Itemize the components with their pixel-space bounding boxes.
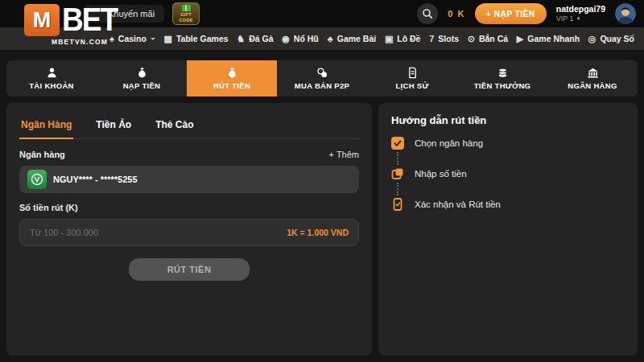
cards-icon: ♣	[328, 34, 333, 43]
vip-level-label: VIP 1	[556, 14, 574, 23]
add-bank-button[interactable]: + Thêm	[329, 150, 359, 159]
number-spin-icon: ◎	[588, 34, 597, 44]
nav-item-lo-de[interactable]: ▣ Lô Đề	[385, 34, 421, 44]
withdraw-submit-button[interactable]: RÚT TIỀN	[129, 258, 250, 281]
chevron-down-icon	[151, 38, 155, 43]
user-menu[interactable]: natdepgai79 VIP 1 ♦	[556, 4, 605, 23]
bank-field-label: Ngân hàng	[19, 150, 65, 159]
nav-label: Đá Gà	[249, 34, 273, 43]
method-tab-the-cao[interactable]: Thẻ Cào	[154, 113, 195, 138]
search-icon	[421, 7, 434, 20]
lottery-icon: ▣	[385, 34, 393, 44]
nav-item-da-ga[interactable]: ♞ Đá Gà	[237, 34, 273, 44]
giftcode-button[interactable]: GIFT CODE	[172, 2, 200, 25]
confirm-step-icon	[391, 198, 404, 211]
balance-amount: 0 K	[448, 9, 465, 19]
logo-m-mark: M	[24, 4, 60, 36]
bank-logo-icon	[27, 170, 47, 189]
nav-label: Bắn Cá	[479, 34, 508, 43]
nav-item-no-hu[interactable]: ◉ Nổ Hũ	[282, 34, 319, 44]
check-step-icon	[391, 137, 404, 150]
rate-hint: 1K = 1.000 VND	[287, 228, 349, 237]
guide-panel: Hướng dẫn rút tiền Chọn ngân hàng Nhập s…	[378, 103, 638, 356]
p2p-icon	[316, 67, 328, 79]
tab-rut-tien[interactable]: RÚT TIỀN	[187, 60, 277, 97]
vip-badge-icon: ♦	[577, 14, 580, 23]
fish-shooting-icon: ⊙	[468, 34, 475, 44]
deposit-icon	[136, 67, 148, 79]
gift-box-icon	[182, 5, 191, 11]
guide-title: Hướng dẫn rút tiền	[391, 114, 625, 126]
bank-account-selector[interactable]: NGUY**** - *****5255	[19, 166, 359, 193]
withdraw-icon	[226, 67, 238, 79]
guide-step: Nhập số tiền	[391, 167, 625, 180]
bank-icon	[587, 67, 599, 79]
amount-step-icon	[391, 167, 404, 180]
nav-item-game-nhanh[interactable]: ▶ Game Nhanh	[517, 34, 580, 44]
nav-label: Lô Đề	[397, 34, 420, 43]
nav-label: Slots	[438, 34, 459, 43]
tab-nap-tien[interactable]: NẠP TIỀN	[97, 60, 187, 97]
withdraw-method-tabs: Ngân Hàng Tiền Ảo Thẻ Cào	[19, 103, 359, 139]
username: natdepgai79	[556, 4, 605, 14]
tab-tien-thuong[interactable]: TIỀN THƯỞNG	[457, 60, 547, 97]
tab-lich-su[interactable]: LỊCH SỬ	[367, 60, 457, 97]
guide-step: Xác nhận và Rút tiền	[391, 198, 625, 211]
jackpot-icon: ◉	[282, 34, 290, 44]
cockfight-icon: ♞	[237, 34, 245, 44]
guide-step: Chọn ngân hàng	[391, 137, 625, 150]
tab-ngan-hang[interactable]: NGÂN HÀNG	[547, 60, 638, 97]
withdraw-panel: Ngân Hàng Tiền Ảo Thẻ Cào Ngân hàng + Th…	[6, 103, 372, 356]
nav-label: Game Bài	[337, 34, 376, 43]
giftcode-label: GIFT CODE	[180, 12, 193, 23]
logo-domain-text: MBETVN.COM	[52, 38, 117, 46]
avatar[interactable]	[615, 3, 636, 24]
amount-input[interactable]	[30, 228, 280, 237]
step-connector	[397, 183, 398, 195]
nav-item-table-games[interactable]: ▦ Table Games	[164, 34, 229, 44]
nav-item-slots[interactable]: 7 Slots	[429, 34, 459, 43]
tab-tai-khoan[interactable]: TÀI KHOẢN	[6, 60, 97, 97]
amount-input-box: 1K = 1.000 VND	[19, 219, 359, 246]
nav-item-quay-so[interactable]: ◎ Quay Số	[588, 34, 634, 44]
account-tabbar: TÀI KHOẢN NẠP TIỀN RÚT TIỀN MUA BÁN P2P …	[6, 60, 638, 97]
topbar: M BET MBETVN.COM Khuyến mãi GIFT CODE 0 …	[0, 0, 644, 27]
method-tab-tien-ao[interactable]: Tiền Ảo	[94, 113, 133, 138]
account-icon	[46, 67, 58, 79]
table-games-icon: ▦	[164, 34, 172, 44]
mbet-logo[interactable]: M BET MBETVN.COM	[24, 4, 117, 46]
search-button[interactable]	[417, 3, 438, 24]
nav-label: Casino	[118, 34, 147, 43]
quick-game-icon: ▶	[517, 34, 523, 44]
bonus-icon	[497, 67, 509, 79]
deposit-button[interactable]: + NẠP TIỀN	[475, 3, 547, 24]
nav-label: Game Nhanh	[527, 34, 580, 43]
slots-icon: 7	[429, 34, 434, 43]
nav-item-ban-ca[interactable]: ⊙ Bắn Cá	[468, 34, 508, 44]
tab-mua-ban-p2p[interactable]: MUA BÁN P2P	[277, 60, 367, 97]
nav-item-game-bai[interactable]: ♣ Game Bài	[328, 34, 377, 43]
method-tab-ngan-hang[interactable]: Ngân Hàng	[19, 113, 73, 139]
nav-label: Quay Số	[600, 34, 634, 43]
nav-label: Nổ Hũ	[294, 34, 319, 43]
amount-field-label: Số tiền rút (K)	[19, 203, 78, 212]
bank-account-number: NGUY**** - *****5255	[53, 175, 138, 184]
nav-label: Table Games	[176, 34, 229, 43]
logo-bet-text: BET	[62, 2, 117, 37]
history-icon	[407, 67, 419, 79]
step-connector	[397, 152, 398, 165]
